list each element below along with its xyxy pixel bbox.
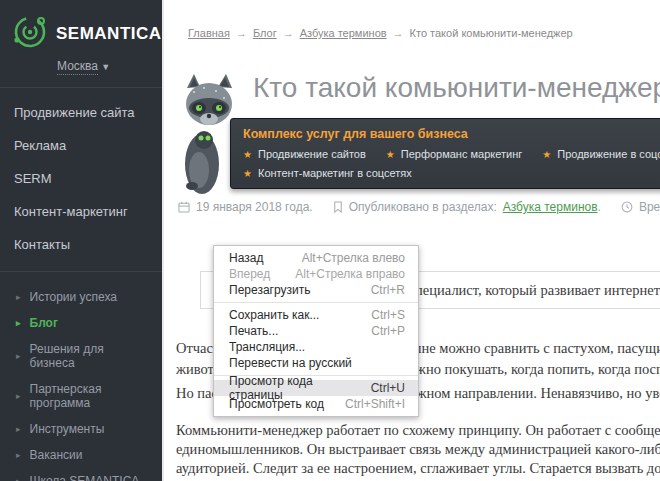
banner-row: ★Контент-маркетинг в соцсетях xyxy=(243,167,660,179)
context-menu-item-translate[interactable]: Перевести на русский xyxy=(214,355,418,371)
subnav-label: Школа SEMANTICA xyxy=(30,474,140,481)
banner-link-performance-marketing[interactable]: ★Перформанс маркетинг xyxy=(386,148,522,160)
sidebar-item-blog[interactable]: ▸Блог xyxy=(0,310,162,336)
breadcrumb-glossary[interactable]: Азбука терминов xyxy=(300,27,387,39)
menu-item-shortcut: Ctrl+U xyxy=(355,381,405,395)
banner-row: ★Продвижение сайтов ★Перформанс маркетин… xyxy=(243,148,660,160)
triangle-right-icon: ▸ xyxy=(16,450,21,460)
semantica-logo-icon xyxy=(10,12,50,56)
triangle-right-icon: ▸ xyxy=(16,351,21,361)
breadcrumb: Главная→Блог→Азбука терминов→Кто такой к… xyxy=(188,27,573,39)
banner-link-label: Продвижение в соцсетях xyxy=(557,148,660,160)
triangle-right-icon: ▸ xyxy=(16,292,21,302)
menu-item-label: Перевести на русский xyxy=(229,356,352,370)
context-menu: Назад Alt+Стрелка влево Вперед Alt+Стрел… xyxy=(213,245,419,417)
sidebar-item-partner-program[interactable]: ▸Партнерская программа xyxy=(0,376,162,416)
dot: . xyxy=(598,200,601,214)
subnav-label: Истории успеха xyxy=(30,290,117,304)
subnav-label: Решения для бизнеса xyxy=(30,342,148,370)
chevron-down-icon: ▼ xyxy=(101,62,110,72)
subnav-label: Вакансии xyxy=(30,448,83,462)
category-link[interactable]: Азбука терминов xyxy=(503,200,598,214)
page: SEMANTICA Москва ▼ Продвижение сайта Рек… xyxy=(0,0,660,481)
city-label: Москва xyxy=(57,59,98,75)
menu-item-shortcut: Ctrl+R xyxy=(355,283,405,297)
menu-item-shortcut: Ctrl+Shift+I xyxy=(329,397,405,411)
menu-item-shortcut: Alt+Стрелка влево xyxy=(286,251,405,265)
triangle-right-icon: ▸ xyxy=(16,318,21,328)
logo-text: SEMANTICA xyxy=(56,24,162,44)
menu-item-shortcut: Ctrl+S xyxy=(355,308,405,322)
breadcrumb-separator: → xyxy=(283,27,294,39)
secondary-nav: ▸Истории успеха ▸Блог ▸Решения для бизне… xyxy=(0,272,162,481)
triangle-right-icon: ▸ xyxy=(16,391,21,401)
context-menu-item-back[interactable]: Назад Alt+Стрелка влево xyxy=(214,250,418,266)
triangle-right-icon: ▸ xyxy=(16,476,21,481)
city-selector[interactable]: Москва ▼ xyxy=(57,59,110,73)
banner-link-site-promotion[interactable]: ★Продвижение сайтов xyxy=(243,148,366,160)
logo[interactable]: SEMANTICA xyxy=(10,12,152,56)
article-meta: 19 января 2018 года. Опубликовано в разд… xyxy=(178,200,660,214)
clock-icon xyxy=(621,201,633,213)
breadcrumb-current: Кто такой комьюнити-менеджер xyxy=(410,27,573,39)
menu-item-label: Печать... xyxy=(229,324,278,338)
sidebar-item-contacts[interactable]: Контакты xyxy=(0,228,162,261)
sidebar-item-serm[interactable]: SERM xyxy=(0,162,162,195)
banner-title: Комплекс услуг для вашего бизнеса xyxy=(243,127,660,141)
menu-item-label: Перезагрузить xyxy=(229,283,310,297)
banner-link-label: Продвижение сайтов xyxy=(258,148,366,160)
menu-separator xyxy=(214,302,418,303)
paragraph-line: Коммьюнити-менеджер работает по схожему … xyxy=(176,421,660,440)
context-menu-item-inspect[interactable]: Просмотреть код Ctrl+Shift+I xyxy=(214,396,418,412)
menu-item-shortcut: Ctrl+P xyxy=(355,324,405,338)
sidebar-item-content-marketing[interactable]: Контент-маркетинг xyxy=(0,195,162,228)
menu-item-label: Сохранить как... xyxy=(229,308,319,322)
menu-item-label: Просмотреть код xyxy=(229,397,324,411)
sidebar-item-business-solutions[interactable]: ▸Решения для бизнеса xyxy=(0,336,162,376)
menu-item-label: Назад xyxy=(229,251,263,265)
page-title: Кто такой комьюнити-менеджер xyxy=(253,72,660,104)
paragraph-line: единомышленников. Он выстраивает связь м… xyxy=(176,440,660,459)
paragraph-line: аудиторией. Следит за ее настроением, сг… xyxy=(176,459,660,478)
sidebar-item-ads[interactable]: Реклама xyxy=(0,129,162,162)
context-menu-item-forward[interactable]: Вперед Alt+Стрелка вправо xyxy=(214,266,418,282)
banner-link-social-content-marketing[interactable]: ★Контент-маркетинг в соцсетях xyxy=(243,167,412,179)
subnav-label: Блог xyxy=(30,316,58,330)
context-menu-item-cast[interactable]: Трансляция... xyxy=(214,339,418,355)
main-nav: Продвижение сайта Реклама SERM Контент-м… xyxy=(0,88,162,272)
star-icon: ★ xyxy=(243,168,252,179)
breadcrumb-separator: → xyxy=(236,27,247,39)
breadcrumb-home[interactable]: Главная xyxy=(188,27,230,39)
context-menu-item-save-as[interactable]: Сохранить как... Ctrl+S xyxy=(214,307,418,323)
menu-item-label: Вперед xyxy=(229,267,270,281)
context-menu-item-print[interactable]: Печать... Ctrl+P xyxy=(214,323,418,339)
context-menu-item-view-source[interactable]: Просмотр кода страницы Ctrl+U xyxy=(214,380,418,396)
subnav-label: Инструменты xyxy=(30,422,105,436)
breadcrumb-separator: → xyxy=(393,27,404,39)
banner-link-label: Перформанс маркетинг xyxy=(401,148,523,160)
logo-block: SEMANTICA Москва ▼ xyxy=(0,0,162,88)
triangle-right-icon: ▸ xyxy=(16,424,21,434)
paragraph: Коммьюнити-менеджер работает по схожему … xyxy=(176,421,660,478)
star-icon: ★ xyxy=(243,149,252,160)
banner-link-label: Контент-маркетинг в соцсетях xyxy=(258,167,412,179)
sidebar-item-promotion[interactable]: Продвижение сайта xyxy=(0,96,162,129)
bookmark-icon xyxy=(333,201,343,213)
sidebar-item-vacancies[interactable]: ▸Вакансии xyxy=(0,442,162,468)
sidebar-item-tools[interactable]: ▸Инструменты xyxy=(0,416,162,442)
menu-item-label: Трансляция... xyxy=(229,340,305,354)
sidebar: SEMANTICA Москва ▼ Продвижение сайта Рек… xyxy=(0,0,164,481)
services-banner: Комплекс услуг для вашего бизнеса ★Продв… xyxy=(230,118,660,189)
published-in-label: Опубликовано в разделах: xyxy=(349,200,497,214)
subnav-label: Партнерская программа xyxy=(30,382,148,410)
sidebar-item-school[interactable]: ▸Школа SEMANTICA xyxy=(0,468,162,481)
star-icon: ★ xyxy=(386,149,395,160)
breadcrumb-blog[interactable]: Блог xyxy=(253,27,277,39)
sidebar-item-success-stories[interactable]: ▸Истории успеха xyxy=(0,284,162,310)
context-menu-item-reload[interactable]: Перезагрузить Ctrl+R xyxy=(214,282,418,298)
banner-link-social-promotion[interactable]: ★Продвижение в соцсетях xyxy=(542,148,660,160)
reading-time-label: Время чтения xyxy=(639,200,660,214)
star-icon: ★ xyxy=(542,149,551,160)
menu-item-shortcut: Alt+Стрелка вправо xyxy=(279,267,405,281)
